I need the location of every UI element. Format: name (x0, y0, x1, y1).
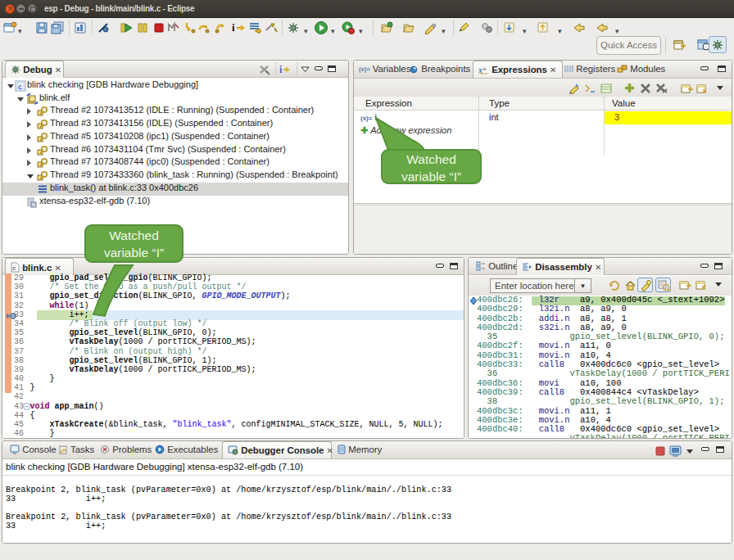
svg-text:i: i (232, 21, 235, 34)
svg-text:c: c (18, 83, 22, 91)
svg-text:i: i (279, 64, 283, 75)
svg-text:c: c (12, 264, 16, 272)
